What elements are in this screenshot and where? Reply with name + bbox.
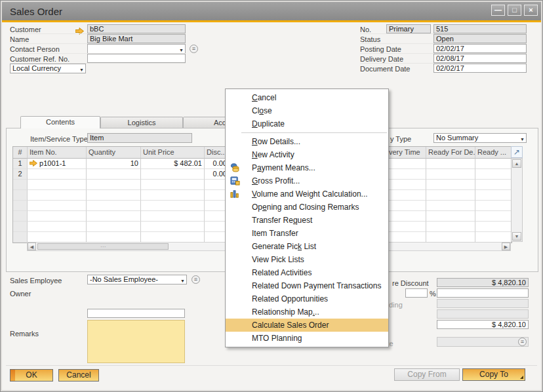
- table-cell[interactable]: [87, 190, 141, 201]
- table-cell[interactable]: [87, 180, 141, 190]
- discount-amount-input[interactable]: [437, 288, 529, 298]
- table-cell[interactable]: [387, 180, 426, 190]
- context-menu-item[interactable]: MTO Planning: [226, 332, 388, 345]
- link-arrow-icon[interactable]: [75, 25, 84, 37]
- tab-contents[interactable]: Contents: [20, 116, 100, 128]
- chevron-down-icon[interactable]: ▼: [79, 66, 84, 73]
- row-number-cell[interactable]: [13, 222, 28, 232]
- chevron-down-icon[interactable]: ▼: [520, 135, 525, 143]
- table-cell[interactable]: [28, 211, 87, 222]
- scroll-left-icon[interactable]: ◀: [28, 243, 36, 250]
- table-cell[interactable]: [28, 222, 87, 232]
- row-number-cell[interactable]: [13, 201, 28, 211]
- table-cell[interactable]: [387, 169, 426, 180]
- scroll-up-icon[interactable]: ▲: [512, 159, 521, 168]
- scroll-down-icon[interactable]: ▼: [512, 232, 521, 241]
- table-cell[interactable]: [387, 201, 426, 211]
- item-service-type-field[interactable]: Item: [87, 133, 192, 143]
- table-cell[interactable]: [426, 222, 475, 232]
- chevron-down-icon[interactable]: ▼: [180, 277, 185, 284]
- context-menu-item[interactable]: Related Activities: [226, 266, 388, 279]
- name-field[interactable]: Big Bike Mart: [87, 34, 186, 43]
- table-cell[interactable]: [87, 201, 141, 211]
- context-menu-item[interactable]: View Pick Lists: [226, 253, 388, 266]
- close-button[interactable]: ×: [524, 5, 538, 16]
- table-cell[interactable]: [475, 211, 512, 222]
- table-cell[interactable]: [475, 201, 512, 211]
- total-field[interactable]: [437, 320, 529, 329]
- context-menu-item[interactable]: Duplicate: [226, 117, 388, 130]
- table-cell[interactable]: [426, 169, 475, 180]
- table-cell[interactable]: [387, 222, 426, 232]
- column-header[interactable]: very Time: [387, 147, 426, 159]
- context-menu-item[interactable]: Volume and Weight Calculation...: [226, 187, 388, 201]
- row-number-cell[interactable]: [13, 232, 28, 243]
- table-cell[interactable]: [426, 232, 475, 243]
- posting-date-input[interactable]: [433, 44, 527, 53]
- row-number-cell[interactable]: [13, 190, 28, 201]
- table-cell[interactable]: [475, 180, 512, 190]
- ok-button[interactable]: OK: [10, 369, 53, 382]
- table-cell[interactable]: [387, 211, 426, 222]
- document-date-input[interactable]: [433, 64, 527, 73]
- table-cell[interactable]: [87, 211, 141, 222]
- link-arrow-icon[interactable]: [30, 159, 37, 167]
- table-cell[interactable]: [141, 169, 205, 180]
- column-header[interactable]: Quantity: [87, 147, 141, 159]
- table-cell[interactable]: $ 482.01: [141, 159, 205, 169]
- row-number-cell[interactable]: 1: [13, 159, 28, 169]
- column-header[interactable]: Unit Price: [141, 147, 205, 159]
- context-menu-item[interactable]: Close: [226, 104, 388, 117]
- table-cell[interactable]: [141, 190, 205, 201]
- context-menu-item[interactable]: Item Transfer: [226, 227, 388, 240]
- scroll-right-icon[interactable]: ▶: [502, 243, 510, 250]
- column-header[interactable]: Ready ...: [475, 147, 512, 159]
- column-header[interactable]: Item No.: [28, 147, 87, 159]
- context-menu-item[interactable]: Generate Pick List: [226, 240, 388, 253]
- table-cell[interactable]: [28, 169, 87, 180]
- table-cell[interactable]: [426, 190, 475, 201]
- context-menu-item[interactable]: Gross Profit...: [226, 174, 388, 187]
- sales-employee-combo[interactable]: -No Sales Employee-▼: [87, 275, 187, 284]
- table-cell[interactable]: [141, 211, 205, 222]
- table-cell[interactable]: [426, 180, 475, 190]
- table-cell[interactable]: [141, 232, 205, 243]
- table-cell[interactable]: [387, 190, 426, 201]
- table-cell[interactable]: [28, 180, 87, 190]
- discount-percent-input[interactable]: [405, 288, 428, 298]
- context-menu-item[interactable]: Cancel: [226, 91, 388, 104]
- copy-from-button[interactable]: Copy From: [394, 368, 460, 381]
- owner-input[interactable]: [87, 309, 185, 318]
- table-cell[interactable]: [475, 169, 512, 180]
- remarks-textarea[interactable]: [87, 320, 185, 363]
- context-menu-item[interactable]: Transfer Request: [226, 214, 388, 227]
- table-cell[interactable]: [475, 222, 512, 232]
- table-cell[interactable]: [87, 169, 141, 180]
- minimize-button[interactable]: —: [491, 5, 505, 16]
- context-menu-item[interactable]: Opening and Closing Remarks: [226, 201, 388, 214]
- cancel-button[interactable]: Cancel: [58, 369, 99, 382]
- context-menu-item[interactable]: Relationship Map...: [226, 305, 388, 319]
- column-header[interactable]: Ready For De...: [426, 147, 475, 159]
- table-cell[interactable]: [141, 180, 205, 190]
- maximize-button[interactable]: □: [508, 5, 521, 16]
- table-cell[interactable]: p1001-1: [28, 159, 87, 169]
- table-cell[interactable]: [87, 222, 141, 232]
- title-bar[interactable]: Sales Order — □ ×: [2, 2, 541, 20]
- context-menu-item[interactable]: Payment Means...: [226, 161, 388, 174]
- table-cell[interactable]: [28, 190, 87, 201]
- choose-from-list-icon[interactable]: ≡: [190, 45, 198, 53]
- scrollbar-thumb[interactable]: ⋯: [37, 243, 169, 250]
- choose-from-list-icon[interactable]: ≡: [518, 338, 527, 346]
- table-cell[interactable]: [141, 222, 205, 232]
- table-cell[interactable]: [141, 201, 205, 211]
- table-cell[interactable]: [475, 190, 512, 201]
- docnum-field[interactable]: 515: [433, 24, 527, 33]
- context-menu-item[interactable]: Row Details...: [226, 135, 388, 148]
- context-menu-item[interactable]: Related Down Payment Transactions: [226, 279, 388, 292]
- context-menu-item[interactable]: Related Opportunities: [226, 292, 388, 305]
- context-menu-item[interactable]: New Activity: [226, 148, 388, 161]
- table-cell[interactable]: [475, 159, 512, 169]
- tab-logistics[interactable]: Logistics: [100, 117, 183, 128]
- expand-table-icon[interactable]: ↗: [511, 146, 523, 158]
